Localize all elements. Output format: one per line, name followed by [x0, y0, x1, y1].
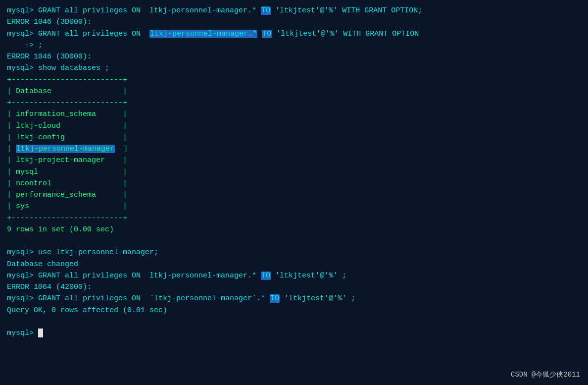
terminal-line: Query OK, 0 rows affected (0.01 sec) [7, 305, 581, 316]
terminal-line: mysql> show databases ; [7, 62, 581, 74]
terminal-line: ERROR 1046 (3D000): [7, 51, 581, 62]
terminal-line: | information_schema | [7, 109, 581, 120]
terminal-prompt-line: mysql> [7, 328, 581, 339]
terminal-line: | Database | [7, 86, 581, 97]
terminal-line: mysql> use ltkj-personnel-manager; [7, 247, 581, 258]
terminal-line: -> ; [7, 40, 581, 51]
terminal-line: mysql> GRANT all privileges ON `ltkj-per… [7, 293, 581, 304]
terminal-line: ERROR 1064 (42000): [7, 281, 581, 293]
terminal-line: | ltkj-personnel-manager | [7, 143, 581, 155]
terminal-line: mysql> GRANT all privileges ON ltkj-pers… [7, 28, 581, 40]
terminal-line: | mysql | [7, 166, 581, 178]
terminal-cursor [38, 329, 43, 337]
terminal-line: ERROR 1046 (3D000): [7, 16, 581, 28]
terminal-line [7, 316, 581, 328]
terminal-line: +-------------------------+ [7, 213, 581, 224]
terminal-line: 9 rows in set (0.00 sec) [7, 224, 581, 235]
terminal-line: Database changed [7, 259, 581, 270]
terminal-line: +-------------------------+ [7, 74, 581, 86]
terminal-line [7, 235, 581, 247]
terminal-line: | ncontrol | [7, 178, 581, 189]
watermark: CSDN @今狐少侠2011 [511, 370, 580, 379]
terminal-line: | ltkj-cloud | [7, 120, 581, 132]
terminal-line: +-------------------------+ [7, 97, 581, 109]
terminal-line: | performance_schema | [7, 189, 581, 201]
terminal-line: mysql> GRANT all privileges ON ltkj-pers… [7, 270, 581, 281]
terminal-line: | ltkj-config | [7, 132, 581, 143]
terminal-window: mysql> GRANT all privileges ON ltkj-pers… [0, 0, 588, 385]
terminal-line: mysql> GRANT all privileges ON ltkj-pers… [7, 5, 581, 16]
terminal-line: | ltkj-project-manager | [7, 155, 581, 166]
terminal-line: | sys | [7, 201, 581, 212]
